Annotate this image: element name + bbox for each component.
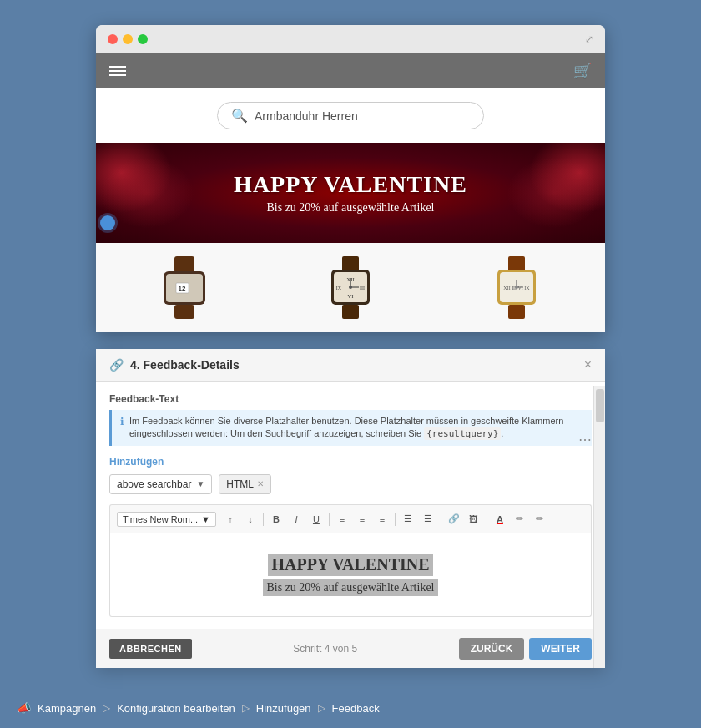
breadcrumb-bar: 📣 Kampagnen ▷ Konfiguration bearbeiten ▷… [0, 688, 701, 728]
panel-footer: ABBRECHEN Schritt 4 von 5 ZURÜCK WEITER [96, 629, 605, 668]
toolbar-up-button[interactable]: ↑ [221, 510, 240, 528]
breadcrumb-label-konfiguration: Konfiguration bearbeiten [117, 702, 235, 715]
next-button[interactable]: WEITER [529, 638, 592, 660]
position-select[interactable]: above searchbar ▼ [109, 474, 212, 494]
panel-close-button[interactable]: × [584, 357, 592, 372]
scroll-thumb[interactable] [596, 389, 604, 422]
html-badge-remove[interactable]: ✕ [257, 479, 264, 488]
svg-point-15 [349, 286, 352, 289]
scroll-bar[interactable] [593, 386, 605, 668]
hamburger-menu[interactable] [109, 66, 126, 76]
editor-subheading: Bis zu 20% auf ausgewählte Artikel [263, 579, 437, 596]
step-indicator: Schritt 4 von 5 [293, 643, 357, 655]
svg-rect-5 [174, 305, 194, 319]
panel-body: Feedback-Text ℹ Im Feedback können Sie d… [96, 382, 605, 629]
promo-banner: HAPPY VALENTINE Bis zu 20% auf ausgewähl… [96, 143, 605, 243]
toolbar-align-right-button[interactable]: ≡ [373, 510, 391, 528]
toolbar-separator-4 [441, 513, 441, 526]
campaign-icon: 📣 [17, 701, 31, 715]
section-label: Feedback-Text [109, 393, 592, 405]
editor-toolbar: Times New Rom... ▼ ↑ ↓ B I U ≡ ≡ ≡ ☰ ☰ 🔗… [109, 504, 592, 533]
info-text: Im Feedback können Sie diverse Platzhalt… [129, 415, 583, 441]
editor-heading: HAPPY VALENTINE [268, 554, 432, 576]
svg-point-23 [515, 286, 518, 289]
products-area: 12 XII VI IX III [96, 243, 605, 332]
expand-icon[interactable]: ⤢ [585, 33, 593, 45]
html-badge: HTML ✕ [219, 474, 271, 494]
more-options-button[interactable]: ⋯ [578, 432, 592, 447]
toolbar-align-left-button[interactable]: ≡ [333, 510, 351, 528]
breadcrumb-arrow-3: ▷ [318, 702, 325, 714]
svg-rect-17 [508, 256, 525, 271]
toolbar-underline-button[interactable]: U [307, 510, 325, 528]
panel-title: 4. Feedback-Details [130, 358, 240, 372]
banner-subtitle: Bis zu 20% auf ausgewählte Artikel [234, 201, 467, 215]
feedback-panel: 🔗 4. Feedback-Details × Feedback-Text ℹ … [96, 349, 605, 668]
watch-svg-1: 12 [151, 256, 218, 319]
search-area: 🔍 Armbanduhr Herren [96, 88, 605, 143]
back-button[interactable]: ZURÜCK [459, 638, 525, 660]
svg-rect-24 [508, 305, 525, 319]
position-value: above searchbar [117, 478, 191, 490]
add-label: Hinzufügen [109, 456, 592, 468]
main-wrapper: ⤢ 🛒 🔍 Armbanduhr Herren HAPPY VALENTINE … [0, 0, 701, 728]
cart-icon[interactable]: 🛒 [573, 62, 592, 80]
toolbar-image-button[interactable]: 🖼 [465, 510, 483, 528]
product-item-2: XII VI IX III [317, 256, 384, 319]
breadcrumb-item-feedback[interactable]: Feedback [332, 702, 380, 715]
toolbar-highlight-button[interactable]: ✏ [511, 510, 529, 528]
toolbar-bold-button[interactable]: B [267, 510, 285, 528]
controls-row: above searchbar ▼ HTML ✕ [109, 474, 592, 494]
dot-red[interactable] [108, 34, 118, 44]
toolbar-separator-1 [263, 513, 264, 526]
toolbar-list-button[interactable]: ☰ [399, 510, 417, 528]
toolbar-separator-2 [329, 513, 330, 526]
toolbar-italic-button[interactable]: I [287, 510, 305, 528]
search-icon: 🔍 [231, 108, 248, 124]
toolbar-align-center-button[interactable]: ≡ [353, 510, 371, 528]
toolbar-color-button[interactable]: A [491, 510, 509, 528]
info-box: ℹ Im Feedback können Sie diverse Platzha… [109, 410, 592, 446]
browser-nav: 🛒 [96, 53, 605, 88]
toolbar-ordered-list-button[interactable]: ☰ [419, 510, 437, 528]
breadcrumb-arrow-1: ▷ [103, 702, 110, 714]
breadcrumb-label-hinzufuegen: Hinzufügen [256, 702, 311, 715]
watch-svg-3: XII III VI IX [483, 256, 550, 319]
browser-titlebar: ⤢ [96, 25, 605, 53]
toolbar-down-button[interactable]: ↓ [241, 510, 260, 528]
breadcrumb-item-hinzufuegen[interactable]: Hinzufügen [256, 702, 311, 715]
breadcrumb-item-konfiguration[interactable]: Konfiguration bearbeiten [117, 702, 235, 715]
editor-content[interactable]: HAPPY VALENTINE Bis zu 20% auf ausgewähl… [109, 533, 592, 617]
font-name: Times New Rom... [123, 514, 198, 524]
toolbar-link-button[interactable]: 🔗 [445, 510, 463, 528]
dot-green[interactable] [138, 34, 148, 44]
info-icon: ℹ [120, 416, 124, 427]
info-text-end: . [501, 428, 503, 438]
blue-dot-indicator [100, 215, 115, 230]
search-value: Armbanduhr Herren [255, 109, 358, 123]
svg-text:VI: VI [347, 293, 354, 300]
breadcrumb-arrow-2: ▷ [242, 702, 250, 714]
browser-window: ⤢ 🛒 🔍 Armbanduhr Herren HAPPY VALENTINE … [96, 25, 605, 332]
font-select[interactable]: Times New Rom... ▼ [117, 512, 216, 527]
product-item-3: XII III VI IX [483, 256, 550, 319]
html-label: HTML [226, 478, 254, 490]
font-select-arrow: ▼ [201, 514, 210, 524]
toolbar-edit-button[interactable]: ✏ [531, 510, 549, 528]
cancel-button[interactable]: ABBRECHEN [109, 639, 192, 659]
search-bar[interactable]: 🔍 Armbanduhr Herren [217, 102, 484, 129]
dot-yellow[interactable] [123, 34, 133, 44]
info-code: {resultquery} [424, 427, 501, 440]
svg-rect-0 [174, 256, 194, 273]
svg-rect-16 [342, 305, 359, 319]
panel-title-group: 🔗 4. Feedback-Details [109, 358, 240, 372]
footer-right: ZURÜCK WEITER [459, 638, 592, 660]
toolbar-separator-3 [395, 513, 396, 526]
breadcrumb-item-kampagnen[interactable]: 📣 Kampagnen [17, 701, 96, 715]
svg-text:12: 12 [178, 285, 185, 292]
panel-header: 🔗 4. Feedback-Details × [96, 349, 605, 382]
toolbar-separator-5 [487, 513, 487, 526]
select-arrow-icon: ▼ [196, 479, 204, 488]
banner-title: HAPPY VALENTINE [234, 171, 467, 198]
product-item-1: 12 [151, 256, 218, 319]
